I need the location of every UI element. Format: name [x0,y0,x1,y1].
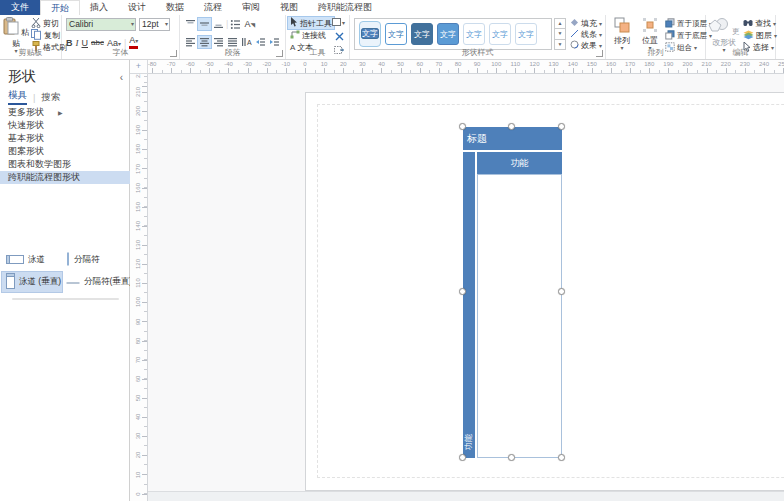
tab-cross-functional-flowchart[interactable]: 跨职能流程图 [308,0,382,15]
tab-data[interactable]: 数据 [156,0,194,15]
shape-style-swatch[interactable]: 文字 [411,23,433,45]
swimlane-vertical-icon [6,273,15,291]
shape-style-swatch[interactable]: 文字 [515,23,537,45]
ruler-label: 110 [130,274,147,292]
shape-style-swatch[interactable]: 文字 [437,23,459,45]
swimlane-lane-body[interactable] [477,174,562,458]
stencil-shape-swimlane[interactable]: 泳道 [2,250,62,270]
swimlane-side-bar[interactable] [463,152,475,458]
stencil-item-pattern-shapes[interactable]: 图案形状 [0,145,130,158]
shape-style-swatch[interactable]: 文字 [385,23,407,45]
tab-review[interactable]: 审阅 [232,0,270,15]
ruler-label: 20 [334,61,352,67]
ruler-horizontal: -80-70-60-50-40-30-20-100102030405060708… [148,60,784,74]
group-arrange: 排列▾ 位置▾ 置于顶层▾ 置于底层▾ 组合▾ 排列 [606,15,706,59]
pointer-icon [290,17,298,29]
ruler-label: 30 [130,427,147,445]
swimlane-title-bar[interactable]: 标题 [463,127,562,150]
stencil-shape-swimlane-vertical[interactable]: 泳道 (垂直) [2,272,62,292]
arrange-icon [614,17,630,35]
stencil-item-basic-shapes[interactable]: 基本形状 [0,132,130,145]
swimlane-lane-header[interactable]: 功能 [477,152,562,174]
swimlane-vertical-shape[interactable]: 标题 功能 功能 [463,127,562,458]
draw-rectangle-button[interactable]: ▾ [332,18,346,29]
ruler-label: 140 [130,217,147,235]
layers-button[interactable]: 图层▾ [743,30,777,41]
line-button[interactable]: 线条▾ [570,29,604,40]
stencil-item-more-shapes[interactable]: 更多形状▶ [0,106,130,119]
shapes-panel-title: 形状 [8,68,36,86]
group-editing: 更改形状▾ 查找▾ 图层▾ 选择▾ 编辑 [706,15,776,59]
stencil-item-quick-shapes[interactable]: 快速形状 [0,119,130,132]
shape-style-swatch[interactable]: 文字 [463,23,485,45]
group-paragraph: | A◥ A 段落 [180,15,286,59]
send-back-icon [665,30,675,42]
tab-view[interactable]: 视图 [270,0,308,15]
connector-icon [290,29,300,41]
bold-button[interactable]: B [66,38,73,48]
drawing-canvas[interactable]: + -80-70-60-50-40-30-20-1001020304050607… [130,60,784,501]
tab-file[interactable]: 文件 [0,0,40,15]
stencil-shape-grid: 泳道 分隔符 泳道 (垂直) 分隔符(垂直) [2,250,128,292]
ruler-label: 120 [130,255,147,273]
selection-handle[interactable] [508,454,515,461]
italic-button[interactable]: I [76,38,79,48]
ruler-label: 170 [130,160,147,178]
ruler-label: 40 [373,61,391,67]
ruler-label: 220 [717,61,735,67]
connection-point-button[interactable] [335,32,344,43]
bullets-icon[interactable] [229,18,242,30]
align-bottom-icon[interactable] [212,18,225,30]
align-middle-icon[interactable] [198,18,211,30]
find-button[interactable]: 查找▾ [743,18,777,29]
ruler-label: 200 [130,102,147,120]
pointer-tool-button[interactable]: 指针工具 [288,17,334,29]
autosize-text-icon[interactable]: A◥ [243,18,256,30]
selection-handle[interactable] [459,288,466,295]
align-top-icon[interactable] [184,18,197,30]
panel-collapse-icon[interactable]: ‹ [120,72,123,83]
ruler-label: 20 [130,446,147,464]
font-size-select[interactable]: 12pt▾ [139,18,170,31]
shape-style-swatch[interactable]: 文字 [489,23,511,45]
tab-insert[interactable]: 插入 [80,0,118,15]
tab-home[interactable]: 开始 [40,0,80,15]
selection-handle[interactable] [459,123,466,130]
gallery-scroll-down[interactable]: ▼ [554,29,566,39]
ruler-label: 50 [130,389,147,407]
stencil-shape-separator[interactable]: 分隔符 [62,250,126,270]
stencil-shape-separator-vertical[interactable]: 分隔符(垂直) [62,272,126,292]
binoculars-icon [743,18,753,29]
ruler-label: 0 [296,61,314,67]
selection-handle[interactable] [558,454,565,461]
stencil-item-cff-shapes[interactable]: 跨职能流程图形状 [0,171,130,184]
group-label-font: 字体 [62,47,179,58]
tab-search[interactable]: 搜索 [41,91,60,104]
position-button[interactable]: 位置▾ [637,17,663,51]
panel-scroll-thumb[interactable] [12,298,119,300]
font-family-select[interactable]: Calibri▾ [66,18,136,31]
selection-handle[interactable] [508,123,515,130]
layers-icon [743,30,754,42]
tab-design[interactable]: 设计 [118,0,156,15]
bring-to-front-button[interactable]: 置于顶层▾ [665,18,712,29]
connector-tool-button[interactable]: 连接线 [288,29,334,41]
stencil-item-chart-math-shapes[interactable]: 图表和数学图形 [0,158,130,171]
horizontal-scrollbar-track[interactable] [148,491,784,501]
shape-style-swatch[interactable]: 文字 [361,28,379,39]
gallery-scroll-up[interactable]: ▲ [554,18,566,29]
ruler-label: 120 [526,61,544,67]
selection-handle[interactable] [558,123,565,130]
arrange-button[interactable]: 排列▾ [609,17,635,51]
selection-handle[interactable] [459,454,466,461]
tab-stencils[interactable]: 模具 [8,89,27,105]
selection-handle[interactable] [558,288,565,295]
send-to-back-button[interactable]: 置于底层▾ [665,30,712,41]
strikethrough-button[interactable]: abc [91,38,104,47]
tab-process[interactable]: 流程 [194,0,232,15]
change-case-button[interactable]: Aa▾ [107,38,121,48]
fill-button[interactable]: 填充▾ [570,18,604,29]
bring-front-icon [665,18,675,30]
line-icon [570,29,579,40]
underline-button[interactable]: U [82,38,89,48]
